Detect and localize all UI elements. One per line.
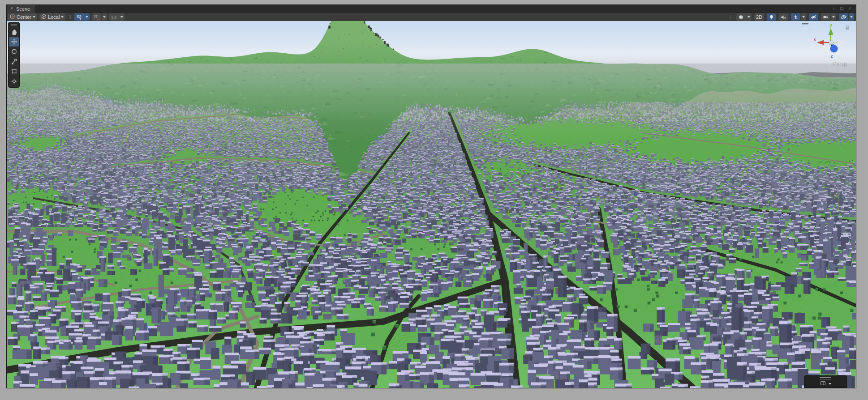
scene-view-window: # Scene Center Local Y 2D (6, 4, 856, 388)
chevron-down-icon (86, 16, 88, 18)
tab-scene-label: Scene (16, 6, 30, 12)
grid-visibility-dropdown[interactable] (84, 13, 90, 21)
rect-tool[interactable] (9, 67, 19, 76)
overlay-panel-icon (820, 380, 826, 388)
rect-icon (11, 68, 17, 75)
gizmo-x-cone[interactable] (817, 40, 824, 45)
scene-3d-render[interactable] (7, 21, 856, 388)
rotate-icon (11, 48, 17, 55)
cube-icon (41, 14, 47, 20)
snap-increment-icon (111, 14, 117, 20)
view-toggle-group: 2D (736, 13, 854, 21)
overlay-drag-handle[interactable] (9, 23, 19, 27)
gizmo-overlay-drag-handle[interactable] (802, 23, 808, 25)
gizmo-x-label: x (813, 37, 816, 42)
grid-snapping-button[interactable] (92, 13, 101, 21)
grid-snapping-dropdown[interactable] (102, 13, 107, 21)
chevron-down-icon (850, 16, 853, 18)
gizmos-toggle-button[interactable] (839, 13, 848, 21)
grid-snap-icon (94, 14, 99, 20)
scene-effects-dropdown[interactable] (801, 13, 806, 21)
gizmo-minus-x-cone[interactable] (838, 40, 845, 45)
pivot-center-icon (10, 14, 15, 19)
orientation-label: Local (48, 14, 60, 20)
scene-toolbar: Center Local Y 2D (7, 13, 856, 21)
view-options-group: 2D (729, 13, 855, 21)
chevron-down-icon (103, 16, 106, 18)
tool-handle-rotation-button[interactable]: Local (39, 13, 65, 21)
chevron-down-icon (802, 16, 805, 18)
projection-label: Persp (833, 61, 847, 67)
chevron-down-icon (120, 16, 123, 18)
gizmo-z-label: z (831, 54, 833, 59)
hand-icon (11, 29, 17, 35)
tab-bar: # Scene (7, 5, 856, 13)
overlay-panel-icon (820, 380, 826, 386)
overlay-separator (69, 15, 71, 19)
shading-mode-button[interactable] (736, 13, 746, 21)
scene-tab-icon: # (9, 6, 14, 12)
transform-tool[interactable] (9, 77, 19, 86)
maximize-icon (839, 6, 844, 11)
tools-overlay (8, 22, 20, 88)
scene-tab-icon: # (9, 6, 14, 11)
gizmo-lock-icon[interactable] (846, 26, 849, 30)
gizmo-center-cube[interactable] (829, 41, 833, 45)
maximize-button[interactable] (839, 6, 844, 11)
scene-camera-dropdown[interactable] (831, 13, 836, 21)
audio-muted-icon (781, 14, 786, 20)
transform-icon (11, 78, 17, 85)
scale-icon (11, 58, 17, 65)
view-tool[interactable] (9, 27, 19, 37)
scale-tool[interactable] (9, 57, 19, 66)
svg-text:Y: Y (79, 17, 82, 20)
projection-mode[interactable]: ‹ Persp (829, 60, 847, 67)
view-2d-label: 2D (756, 14, 762, 20)
chevron-down-icon (748, 16, 750, 18)
persp-arrow-icon: ‹ (829, 60, 830, 67)
grid-y-icon: Y (76, 14, 82, 20)
shaded-sphere-icon (738, 14, 744, 20)
window-controls (831, 5, 856, 13)
chevron-down-icon (61, 16, 64, 18)
chevron-down-icon (829, 383, 831, 385)
menu-dots-icon (831, 6, 836, 11)
svg-text:#: # (10, 6, 13, 11)
scene-audio-button[interactable] (779, 13, 788, 21)
tool-handle-position-button[interactable]: Center (8, 13, 37, 21)
grid-visibility-button[interactable]: Y (74, 13, 84, 21)
chevron-down-icon (33, 16, 35, 18)
hidden-objects-button[interactable] (809, 13, 818, 21)
move-tool[interactable] (9, 37, 19, 47)
snap-increment-dropdown[interactable] (119, 13, 125, 21)
overlay-drag-handle[interactable] (820, 377, 831, 379)
view-2d-button[interactable]: 2D (754, 13, 764, 21)
orientation-gizmo[interactable]: y x z (811, 23, 852, 61)
tab-menu-button[interactable] (831, 6, 836, 11)
scene-lighting-button[interactable] (767, 13, 776, 21)
eye-hidden-icon (811, 14, 816, 20)
gizmos-sphere-icon (841, 14, 847, 20)
collapsed-overlay[interactable] (804, 375, 847, 388)
close-button[interactable] (847, 6, 852, 11)
pivot-center-icon (10, 14, 15, 20)
tab-scene[interactable]: # Scene (7, 5, 36, 13)
gizmo-z-ball[interactable] (830, 45, 838, 53)
scene-camera-button[interactable] (821, 13, 830, 21)
gizmos-toggle-dropdown[interactable] (849, 13, 854, 21)
pivot-label: Center (17, 14, 31, 20)
gizmo-y-cone[interactable] (829, 28, 834, 35)
overlay-separator (730, 15, 732, 19)
close-icon (847, 6, 852, 11)
camera-icon (823, 14, 829, 20)
cube-icon (41, 14, 47, 19)
move-icon (11, 38, 17, 45)
rotate-tool[interactable] (9, 47, 19, 56)
shading-mode-dropdown[interactable] (746, 13, 752, 21)
effects-icon (793, 14, 799, 20)
chevron-down-icon (832, 16, 835, 18)
scene-effects-button[interactable] (791, 13, 800, 21)
snap-increment-button[interactable] (109, 13, 119, 21)
scene-viewport[interactable]: y x z ‹ Persp (7, 21, 856, 388)
light-bulb-icon (769, 14, 774, 20)
